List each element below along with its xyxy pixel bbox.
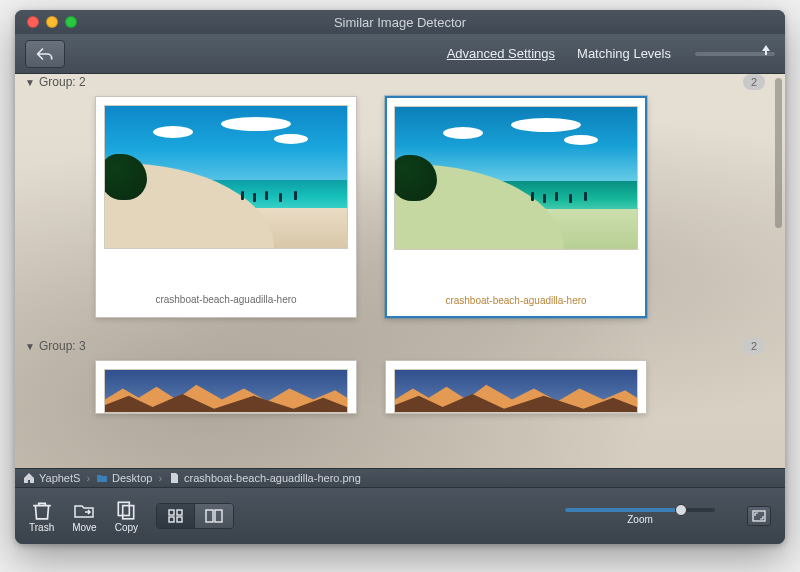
image-thumbnail	[394, 106, 638, 250]
back-arrow-icon	[35, 46, 55, 62]
content-area: ▼ Group: 2 2	[15, 74, 785, 468]
move-icon	[73, 500, 95, 520]
close-window-button[interactable]	[27, 16, 39, 28]
group-2-row: crashboat-beach-aguadilla-hero	[15, 92, 773, 336]
copy-icon	[115, 500, 137, 520]
zoom-window-button[interactable]	[65, 16, 77, 28]
image-thumbnail	[104, 105, 348, 249]
disclosure-triangle-icon[interactable]: ▼	[25, 341, 35, 352]
vertical-scrollbar[interactable]	[775, 78, 782, 228]
svg-rect-3	[169, 510, 174, 515]
fullscreen-icon	[752, 510, 766, 522]
move-button[interactable]: Move	[72, 500, 96, 533]
image-card[interactable]	[95, 360, 357, 414]
svg-rect-7	[206, 510, 213, 522]
image-card[interactable]: crashboat-beach-aguadilla-hero	[95, 96, 357, 318]
view-mode-segmented	[156, 503, 234, 529]
group-header-2[interactable]: ▼ Group: 2 2	[15, 74, 773, 92]
advanced-settings-link[interactable]: Advanced Settings	[443, 44, 559, 63]
group-header-3[interactable]: ▼ Group: 3 2	[15, 336, 773, 356]
image-card-selected[interactable]: crashboat-beach-aguadilla-hero	[385, 96, 647, 318]
path-bar: YaphetS › Desktop › crashboat-beach-agua…	[15, 468, 785, 488]
svg-rect-8	[215, 510, 222, 522]
group-count-badge: 2	[743, 74, 765, 90]
matching-levels-link[interactable]: Matching Levels	[573, 44, 675, 63]
grid-icon	[168, 509, 184, 523]
svg-rect-5	[169, 517, 174, 522]
folder-icon	[96, 472, 108, 484]
slider-knob[interactable]	[675, 504, 687, 516]
window-title: Similar Image Detector	[15, 15, 785, 30]
titlebar: Similar Image Detector	[15, 10, 785, 34]
matching-level-slider[interactable]	[695, 52, 775, 56]
zoom-control: Zoom	[565, 508, 715, 525]
image-caption: crashboat-beach-aguadilla-hero	[445, 295, 586, 306]
svg-rect-4	[177, 510, 182, 515]
disclosure-triangle-icon[interactable]: ▼	[25, 77, 35, 88]
image-thumbnail	[104, 369, 348, 413]
svg-rect-2	[123, 505, 134, 518]
copy-button[interactable]: Copy	[115, 500, 138, 533]
back-button[interactable]	[25, 40, 65, 68]
image-card[interactable]	[385, 360, 647, 414]
svg-rect-1	[119, 502, 130, 515]
grid-view-button[interactable]	[157, 504, 195, 528]
image-thumbnail	[394, 369, 638, 413]
group-3-row	[15, 356, 773, 414]
path-segment-folder[interactable]: Desktop	[112, 472, 152, 484]
bottom-toolbar: Trash Move Copy Zoom	[15, 488, 785, 544]
app-window: Similar Image Detector Advanced Settings…	[15, 10, 785, 544]
trash-icon	[31, 500, 53, 520]
minimize-window-button[interactable]	[46, 16, 58, 28]
chevron-right-icon: ›	[158, 472, 162, 484]
fullscreen-button[interactable]	[747, 506, 771, 526]
file-icon	[168, 472, 180, 484]
window-controls	[15, 16, 77, 28]
svg-rect-0	[765, 50, 767, 55]
toolbar: Advanced Settings Matching Levels	[15, 34, 785, 74]
path-segment-user[interactable]: YaphetS	[39, 472, 80, 484]
path-segment-file[interactable]: crashboat-beach-aguadilla-hero.png	[184, 472, 361, 484]
move-label: Move	[72, 522, 96, 533]
trash-label: Trash	[29, 522, 54, 533]
trash-button[interactable]: Trash	[29, 500, 54, 533]
copy-label: Copy	[115, 522, 138, 533]
group-label: Group: 3	[39, 339, 86, 353]
group-count-badge: 2	[743, 338, 765, 354]
image-caption: crashboat-beach-aguadilla-hero	[155, 294, 296, 305]
group-label: Group: 2	[39, 75, 86, 89]
slider-marker-icon	[761, 45, 771, 55]
results-scroll[interactable]: ▼ Group: 2 2	[15, 74, 773, 468]
compare-view-button[interactable]	[195, 504, 233, 528]
home-icon	[23, 472, 35, 484]
zoom-slider[interactable]	[565, 508, 715, 512]
chevron-right-icon: ›	[86, 472, 90, 484]
columns-icon	[205, 509, 223, 523]
zoom-label: Zoom	[627, 514, 653, 525]
svg-rect-6	[177, 517, 182, 522]
